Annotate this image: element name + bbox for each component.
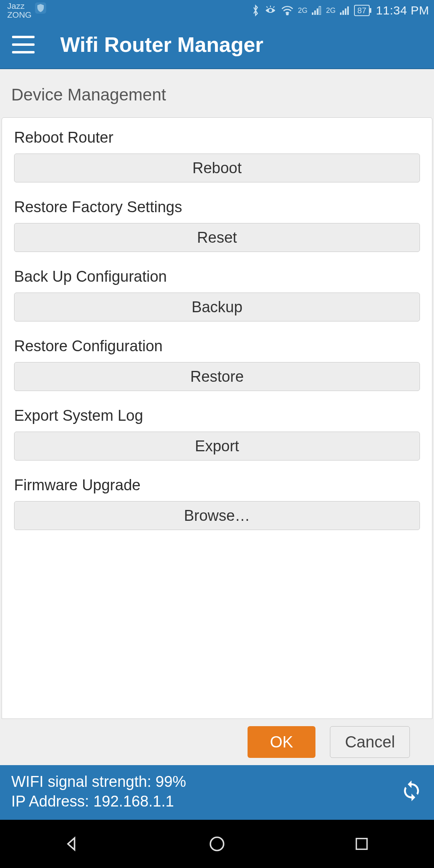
group-backup: Back Up Configuration Backup (14, 268, 420, 321)
network-1-label: 2G (298, 6, 307, 15)
content: Device Management Reboot Router Reboot R… (0, 69, 434, 765)
reboot-label: Reboot Router (14, 129, 420, 146)
backup-label: Back Up Configuration (14, 268, 420, 285)
network-2-label: 2G (326, 6, 336, 15)
carrier-2: ZONG (7, 10, 32, 19)
wifi-signal-text: WIFI signal strength: 99% (11, 773, 186, 790)
group-reboot: Reboot Router Reboot (14, 129, 420, 182)
refresh-button[interactable] (400, 780, 423, 804)
statusbar: Jazz ZONG 2G 2G 87 (0, 0, 434, 21)
appbar: Wifi Router Manager (0, 21, 434, 69)
reboot-button[interactable]: Reboot (14, 154, 420, 182)
export-button[interactable]: Export (14, 432, 420, 461)
menu-icon[interactable] (12, 36, 35, 53)
battery-icon: 87 (354, 5, 369, 16)
section-title: Device Management (0, 69, 434, 117)
group-export: Export System Log Export (14, 407, 420, 461)
back-button[interactable] (48, 828, 96, 860)
signal-1-icon (311, 6, 322, 15)
restore-button[interactable]: Restore (14, 362, 420, 391)
ok-button[interactable]: OK (248, 726, 316, 758)
ip-address-text: IP Address: 192.168.1.1 (11, 793, 186, 810)
signal-2-icon (340, 6, 350, 15)
firmware-label: Firmware Upgrade (14, 477, 420, 494)
carrier-1: Jazz (7, 2, 32, 10)
backup-button[interactable]: Backup (14, 293, 420, 321)
group-firmware: Firmware Upgrade Browse… (14, 477, 420, 530)
svg-point-1 (211, 837, 224, 851)
eye-icon (264, 6, 277, 15)
home-button[interactable] (193, 828, 241, 860)
restore-label: Restore Configuration (14, 338, 420, 355)
group-reset: Restore Factory Settings Reset (14, 199, 420, 252)
reset-label: Restore Factory Settings (14, 199, 420, 216)
group-restore: Restore Configuration Restore (14, 338, 420, 391)
clock: 11:34 PM (376, 4, 429, 17)
browse-button[interactable]: Browse… (14, 501, 420, 530)
settings-card: Reboot Router Reboot Restore Factory Set… (2, 117, 432, 719)
cancel-button[interactable]: Cancel (330, 726, 410, 758)
wifi-icon (281, 6, 294, 15)
export-label: Export System Log (14, 407, 420, 424)
svg-rect-2 (356, 839, 367, 850)
bluetooth-icon (251, 4, 260, 16)
shield-icon (35, 2, 46, 14)
reset-button[interactable]: Reset (14, 223, 420, 252)
android-navbar (0, 820, 434, 868)
dialog-actions: OK Cancel (0, 719, 434, 765)
recent-button[interactable] (338, 828, 386, 860)
footer-bar: WIFI signal strength: 99% IP Address: 19… (0, 765, 434, 820)
svg-point-0 (287, 13, 288, 15)
app-title: Wifi Router Manager (60, 33, 263, 57)
